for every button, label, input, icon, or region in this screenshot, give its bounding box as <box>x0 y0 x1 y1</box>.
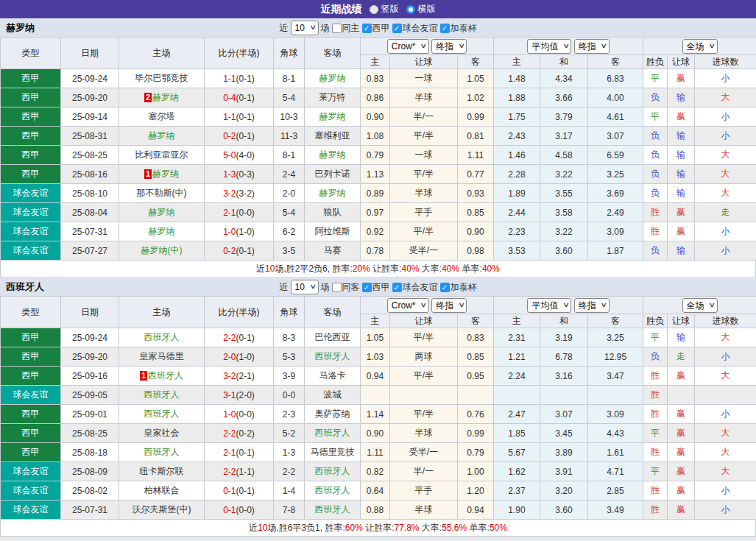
column-header-avg-draw: 和 <box>540 55 588 69</box>
score-link[interactable]: 1-0 <box>223 409 236 420</box>
radio-unchecked-icon[interactable] <box>370 5 378 14</box>
result-cell: 大 <box>695 184 756 203</box>
average-odds-cell: 3.16 <box>540 367 588 386</box>
avg-stage-select[interactable]: 终指 <box>574 39 610 54</box>
score-link[interactable]: 0-1 <box>223 505 236 515</box>
average-odds-cell: 3.22 <box>540 222 588 241</box>
score-link[interactable]: 2-1 <box>223 208 236 218</box>
score-link[interactable]: 2-0 <box>223 352 236 362</box>
team-name-text: 赫罗纳 <box>152 92 179 102</box>
avg-odds-select[interactable]: 平均值 <box>527 298 571 313</box>
result-cell: 负 <box>643 88 668 107</box>
odds-company-select[interactable]: Crow* <box>387 298 429 313</box>
team-name-text: 西班牙人 <box>315 504 350 515</box>
team-name: 赫罗纳 <box>6 21 35 35</box>
team-name-text: 赫罗纳(中) <box>141 245 183 255</box>
score-link[interactable]: 0-1 <box>223 486 236 496</box>
summary-value: 20% <box>353 264 370 274</box>
odds-stage-select-wrap: 终指∨ <box>431 298 467 313</box>
score-link[interactable]: 0-2 <box>223 246 236 256</box>
radio-checked-icon[interactable] <box>406 5 415 14</box>
checkbox-checked-icon[interactable]: ✓ <box>362 24 372 33</box>
score-cell: 1-3(0-3) <box>205 165 274 184</box>
score-link[interactable]: 1-0 <box>223 227 236 237</box>
score-link[interactable]: 2-1 <box>223 448 236 458</box>
summary-text: 近 <box>256 264 265 274</box>
league-friendly-checkbox[interactable]: ✓球会友谊 <box>392 22 438 35</box>
average-odds-cell: 2.47 <box>494 405 540 424</box>
avg-stage-select[interactable]: 终指 <box>574 298 610 313</box>
score-link[interactable]: 1-1 <box>223 112 236 122</box>
league-catalan-cup-checkbox[interactable]: ✓加泰杯 <box>440 281 477 294</box>
table-row: 球会友谊25-08-10那不勒斯(中)3-2(3-2)2-0赫罗纳0.89半球0… <box>1 184 756 203</box>
result-cell: 大 <box>695 462 756 481</box>
near-count-select-wrap: 10∨ <box>291 280 319 294</box>
league-liga-checkbox[interactable]: ✓西甲 <box>362 22 390 35</box>
away-team-cell: 奥萨苏纳 <box>305 405 361 424</box>
date-cell: 25-09-05 <box>61 386 119 405</box>
column-header-odds-home: 主 <box>361 314 390 328</box>
avg-odds-group: 平均值∨ 终指∨ <box>494 38 643 55</box>
checkbox-unchecked-icon[interactable] <box>332 24 342 33</box>
half-time-score: (0-1) <box>236 246 255 256</box>
team-name-text: 巴伦西亚 <box>315 332 350 342</box>
summary-text: 近 <box>249 523 258 533</box>
corner-cell: 5-3 <box>274 347 305 367</box>
odds-stage-select[interactable]: 终指 <box>431 298 467 313</box>
score-link[interactable]: 1-3 <box>223 169 236 180</box>
league-liga-checkbox[interactable]: ✓西甲 <box>362 281 390 294</box>
result-cell: 小 <box>695 481 756 501</box>
checkbox-checked-icon[interactable]: ✓ <box>392 283 402 292</box>
date-cell: 25-09-24 <box>61 328 119 347</box>
table-row: 球会友谊25-07-27赫罗纳(中)0-2(0-1)3-5马赛0.78受半/一0… <box>1 241 756 261</box>
odds-company-select[interactable]: Crow* <box>387 39 429 54</box>
result-scope-select[interactable]: 全场 <box>682 39 718 54</box>
score-link[interactable]: 1-1 <box>223 74 236 84</box>
checkbox-unchecked-icon[interactable] <box>332 283 342 292</box>
result-cell: 大 <box>695 88 756 107</box>
score-link[interactable]: 0-4 <box>223 93 236 103</box>
score-link[interactable]: 0-2 <box>223 131 236 141</box>
company-odds-cell: 两球 <box>390 347 458 367</box>
result-cell: 走 <box>668 347 695 367</box>
score-link[interactable]: 2-2 <box>223 428 236 439</box>
date-cell: 25-09-01 <box>61 405 119 424</box>
result-scope-select[interactable]: 全场 <box>682 298 718 313</box>
score-link[interactable]: 3-1 <box>223 390 236 400</box>
same-venue-label: 同客 <box>342 281 360 294</box>
score-link[interactable]: 3-2 <box>223 371 236 381</box>
avg-odds-select[interactable]: 平均值 <box>527 39 571 54</box>
average-odds-cell: 2.49 <box>588 203 643 222</box>
average-odds-cell: 1.88 <box>494 88 540 107</box>
company-odds-cell: 0.99 <box>458 424 494 443</box>
layout-radio-horizontal[interactable]: 横版 <box>406 3 436 15</box>
score-link[interactable]: 2-2 <box>223 333 236 343</box>
score-link[interactable]: 5-0 <box>223 150 236 160</box>
same-venue-checkbox[interactable]: 同客 <box>332 281 360 294</box>
checkbox-checked-icon[interactable]: ✓ <box>440 283 450 292</box>
result-text: 大 <box>721 188 730 198</box>
near-count-select[interactable]: 10 <box>291 21 319 35</box>
score-link[interactable]: 2-2 <box>223 467 236 477</box>
league-friendly-checkbox[interactable]: ✓球会友谊 <box>392 281 438 294</box>
checkbox-checked-icon[interactable]: ✓ <box>362 283 372 292</box>
result-cell: 赢 <box>668 481 695 501</box>
company-odds-cell: 0.97 <box>361 203 390 222</box>
average-odds-cell: 3.25 <box>588 328 643 347</box>
result-text: 输 <box>676 188 685 198</box>
average-odds-cell: 3.07 <box>540 405 588 424</box>
team-name-text: 比利亚雷亚尔 <box>135 149 188 160</box>
team-name-text: 西班牙人 <box>315 428 350 438</box>
odds-stage-select[interactable]: 终指 <box>431 39 467 54</box>
same-venue-checkbox[interactable]: 同主 <box>332 22 360 35</box>
corner-cell: 10-3 <box>274 107 305 127</box>
checkbox-checked-icon[interactable]: ✓ <box>440 24 450 33</box>
layout-radio-vertical[interactable]: 竖版 <box>370 3 399 15</box>
result-text: 输 <box>676 332 685 342</box>
league-catalan-cup-checkbox[interactable]: ✓加泰杯 <box>440 22 477 35</box>
score-link[interactable]: 3-2 <box>223 188 236 199</box>
corner-cell: 8-3 <box>274 328 305 347</box>
near-count-select[interactable]: 10 <box>291 280 319 294</box>
checkbox-checked-icon[interactable]: ✓ <box>392 24 402 33</box>
company-odds-cell: 0.85 <box>458 203 494 222</box>
